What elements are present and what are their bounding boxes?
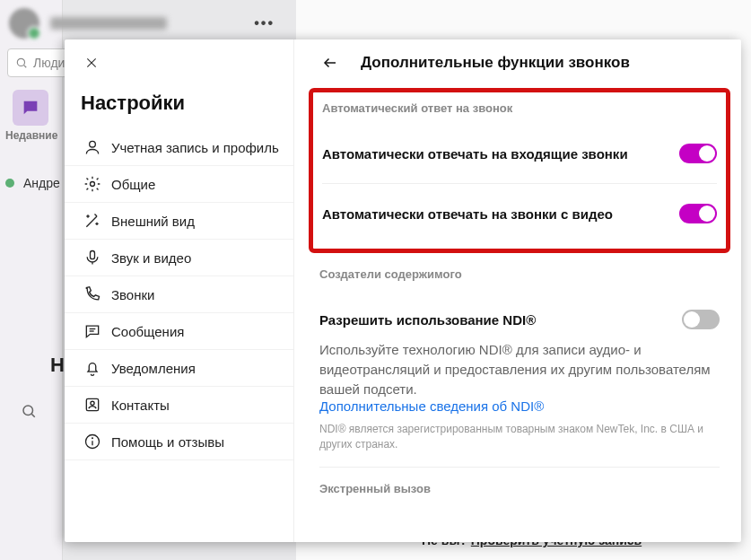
section-auto-answer-label: Автоматический ответ на звонок xyxy=(322,101,717,115)
chat-icon xyxy=(79,322,106,340)
rail-chat-icon[interactable] xyxy=(13,90,48,126)
highlighted-section: Автоматический ответ на звонок Автоматич… xyxy=(309,88,730,253)
search-placeholder: Люди xyxy=(33,56,65,70)
bg-search-icon[interactable] xyxy=(13,395,45,427)
mic-icon xyxy=(79,249,106,267)
ndi-section: Разрешить использование NDI® Используйте… xyxy=(319,290,720,468)
ndi-trademark: NDI® является зарегистрированным товарны… xyxy=(319,422,720,452)
section-creators-label: Создатели содержимого xyxy=(319,267,720,281)
phone-icon xyxy=(79,285,106,303)
settings-content: Дополнительные функции звонков Автоматич… xyxy=(294,39,741,542)
info-icon xyxy=(79,433,106,451)
user-header: ••• xyxy=(5,5,284,41)
row-ndi: Разрешить использование NDI® xyxy=(319,290,720,333)
ndi-description: Используйте технологию NDI® для записи а… xyxy=(319,340,720,398)
row-auto-answer-incoming: Автоматически отвечать на входящие звонк… xyxy=(322,124,717,184)
nav-audio-video[interactable]: Звук и видео xyxy=(65,240,293,276)
settings-modal: Настройки Учетная запись и профиль Общие… xyxy=(65,39,741,542)
svg-line-1 xyxy=(24,66,27,68)
contacts-icon xyxy=(79,396,106,414)
row-ndi-label: Разрешить использование NDI® xyxy=(319,312,682,328)
settings-title: Настройки xyxy=(81,92,293,115)
app-left-rail xyxy=(0,0,63,560)
svg-point-12 xyxy=(91,401,94,405)
presence-dot-icon xyxy=(5,179,14,188)
nav-notifications[interactable]: Уведомления xyxy=(65,350,293,387)
avatar[interactable] xyxy=(9,8,39,39)
nav-help[interactable]: Помощь и отзывы xyxy=(65,424,293,460)
settings-sidebar: Настройки Учетная запись и профиль Общие… xyxy=(65,39,294,542)
recent-contact[interactable]: Андре xyxy=(5,176,60,190)
user-display-name xyxy=(50,17,167,30)
svg-point-15 xyxy=(92,438,93,439)
back-button[interactable] xyxy=(319,52,341,74)
ndi-learn-more-link[interactable]: Дополнительные сведения об NDI® xyxy=(319,398,544,414)
svg-point-7 xyxy=(91,182,95,187)
row-auto-answer-video: Автоматически отвечать на звонки с видео xyxy=(322,184,717,243)
nav-account[interactable]: Учетная запись и профиль xyxy=(65,129,293,166)
nav-contacts[interactable]: Контакты xyxy=(65,387,293,424)
more-icon[interactable]: ••• xyxy=(254,15,275,31)
content-header: Дополнительные функции звонков xyxy=(319,52,720,74)
toggle-ndi[interactable] xyxy=(682,310,720,329)
svg-rect-8 xyxy=(91,251,95,259)
gear-icon xyxy=(79,175,106,193)
svg-line-3 xyxy=(31,414,34,416)
svg-point-2 xyxy=(23,406,33,416)
recent-contact-name: Андре xyxy=(23,176,60,190)
search-icon xyxy=(15,57,28,69)
row-auto-incoming-label: Автоматически отвечать на входящие звонк… xyxy=(322,146,679,162)
recent-label: Недавние xyxy=(5,129,57,142)
close-button[interactable] xyxy=(81,52,102,74)
toggle-auto-video[interactable] xyxy=(679,204,717,223)
nav-calls[interactable]: Звонки xyxy=(65,276,293,313)
toggle-auto-incoming[interactable] xyxy=(679,144,717,163)
nav-appearance[interactable]: Внешний вид xyxy=(65,203,293,240)
person-icon xyxy=(79,138,106,156)
wand-icon xyxy=(79,212,106,230)
svg-point-0 xyxy=(17,58,24,66)
page-title: Дополнительные функции звонков xyxy=(361,54,630,72)
svg-point-6 xyxy=(90,141,96,147)
section-emergency-label: Экстренный вызов xyxy=(319,482,720,495)
nav-messages[interactable]: Сообщения xyxy=(65,313,293,350)
row-auto-video-label: Автоматически отвечать на звонки с видео xyxy=(322,206,679,222)
bell-icon xyxy=(79,359,106,377)
nav-general[interactable]: Общие xyxy=(65,166,293,203)
